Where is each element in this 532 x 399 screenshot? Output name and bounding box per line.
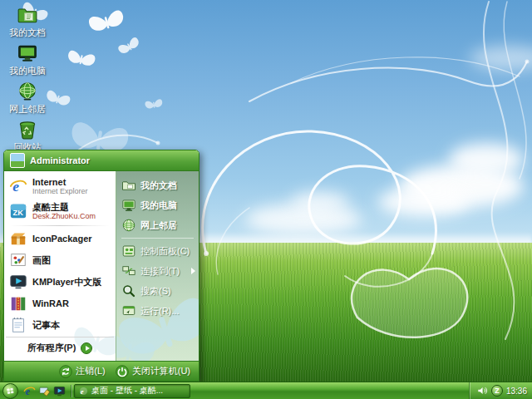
desktop-icon-recycle-bin[interactable]: 回收站 bbox=[2, 118, 53, 153]
separator bbox=[10, 225, 110, 226]
start-menu-item-run[interactable]: 运行(R)... bbox=[116, 301, 199, 321]
item-title: WinRAR bbox=[32, 298, 69, 309]
taskbar-clock[interactable]: 13:36 bbox=[506, 387, 527, 396]
start-menu-footer: 注销(L) 关闭计算机(U) bbox=[4, 361, 199, 381]
cloud bbox=[470, 46, 532, 71]
media-player-quicklaunch-icon[interactable] bbox=[53, 385, 66, 397]
start-menu-body: e Internet Internet Explorer ZK 桌酷主题 Des… bbox=[4, 171, 199, 361]
run-icon bbox=[121, 303, 136, 318]
show-desktop-icon[interactable] bbox=[38, 385, 51, 397]
start-menu-item-search[interactable]: 搜索(S) bbox=[116, 281, 199, 301]
item-title: IconPackager bbox=[32, 234, 92, 244]
connect-to-icon bbox=[121, 264, 136, 278]
item-label: 搜索(S) bbox=[140, 285, 171, 298]
internet-explorer-icon: e bbox=[9, 177, 27, 195]
log-off-icon bbox=[59, 365, 72, 378]
my-computer-icon bbox=[121, 198, 136, 213]
item-subtitle: Internet Explorer bbox=[32, 187, 88, 195]
log-off-label: 注销(L) bbox=[76, 365, 105, 377]
network-places-icon bbox=[17, 81, 38, 102]
item-label: 我的文档 bbox=[140, 180, 177, 192]
desktop-icon-label: 我的电脑 bbox=[9, 66, 46, 76]
my-documents-icon bbox=[121, 178, 136, 193]
iconpackager-icon bbox=[9, 229, 27, 248]
desktop-icon-network-places[interactable]: 网上邻居 bbox=[2, 80, 53, 115]
start-menu-item-my-computer[interactable]: 我的电脑 bbox=[116, 195, 199, 215]
taskbar: e e 桌面 - 壁纸 - 桌酷... Z 13:36 bbox=[0, 382, 532, 399]
submenu-arrow-icon bbox=[191, 268, 195, 274]
start-menu-item-my-documents[interactable]: 我的文档 bbox=[116, 175, 199, 195]
start-menu-item-iconpackager[interactable]: IconPackager bbox=[6, 228, 114, 249]
windows-flag-icon bbox=[5, 386, 16, 397]
item-label: 运行(R)... bbox=[140, 305, 179, 318]
start-menu-header: Administrator bbox=[4, 150, 199, 171]
user-name: Administrator bbox=[30, 155, 90, 165]
browser-window-icon: e bbox=[79, 387, 88, 396]
power-icon bbox=[116, 365, 129, 378]
start-menu-item-control-panel[interactable]: 控制面板(C) bbox=[116, 241, 199, 261]
desktop-icon-my-documents[interactable]: 我的文档 bbox=[2, 3, 53, 38]
desktop-icon-label: 网上邻居 bbox=[9, 104, 46, 114]
my-computer-icon bbox=[17, 42, 38, 64]
taskbar-window-button[interactable]: e 桌面 - 壁纸 - 桌酷... bbox=[74, 384, 190, 398]
all-programs-button[interactable]: 所有程序(P) bbox=[6, 337, 114, 358]
winrar-icon bbox=[9, 294, 27, 313]
item-label: 我的电脑 bbox=[140, 200, 177, 212]
system-tray: Z 13:36 bbox=[469, 382, 532, 399]
desktop-icon-column: 我的文档 我的电脑 网上邻居 回收站 bbox=[2, 3, 53, 153]
start-menu-item-connect-to[interactable]: 连接到(T) bbox=[116, 261, 199, 281]
zhuoku-tray-icon[interactable]: Z bbox=[491, 385, 503, 397]
quick-launch-bar: e bbox=[21, 385, 68, 397]
cloud bbox=[378, 187, 470, 217]
start-menu-item-internet[interactable]: e Internet Internet Explorer bbox=[6, 174, 114, 199]
shut-down-button[interactable]: 关闭计算机(U) bbox=[116, 365, 190, 378]
start-menu: Administrator e Internet Internet Explor… bbox=[3, 150, 200, 382]
volume-icon[interactable] bbox=[476, 385, 488, 397]
taskbar-divider bbox=[71, 385, 71, 397]
item-title: 画图 bbox=[32, 255, 51, 266]
item-title: Internet bbox=[32, 177, 88, 188]
item-subtitle: Desk.ZhuoKu.Com bbox=[32, 212, 96, 220]
control-panel-icon bbox=[121, 244, 136, 259]
all-programs-label: 所有程序(P) bbox=[27, 342, 76, 354]
item-label: 控制面板(C) bbox=[140, 245, 190, 258]
desktop: 我的文档 我的电脑 网上邻居 回收站 Administrator bbox=[0, 0, 532, 399]
shut-down-label: 关闭计算机(U) bbox=[132, 365, 190, 377]
paint-icon bbox=[9, 251, 27, 269]
item-title: 记事本 bbox=[32, 320, 60, 331]
svg-text:e: e bbox=[81, 387, 84, 395]
start-menu-item-kmplayer[interactable]: KMPlayer中文版 bbox=[6, 271, 114, 293]
notepad-icon bbox=[9, 316, 27, 334]
desktop-icon-my-computer[interactable]: 我的电脑 bbox=[2, 42, 53, 76]
start-menu-item-zhuoku-theme[interactable]: ZK 桌酷主题 Desk.ZhuoKu.Com bbox=[6, 199, 114, 224]
item-label: 连接到(T) bbox=[140, 265, 180, 278]
taskbar-window-title: 桌面 - 壁纸 - 桌酷... bbox=[91, 385, 163, 397]
item-title: KMPlayer中文版 bbox=[32, 277, 101, 288]
start-menu-item-network-places[interactable]: 网上邻居 bbox=[116, 215, 199, 235]
kmplayer-icon bbox=[9, 273, 27, 291]
item-label: 网上邻居 bbox=[140, 219, 177, 232]
start-menu-right-panel: 我的文档 我的电脑 网上邻居 bbox=[116, 171, 199, 361]
item-title: 桌酷主题 bbox=[32, 202, 96, 213]
start-menu-item-winrar[interactable]: WinRAR bbox=[6, 293, 114, 314]
zhuoku-icon: ZK bbox=[9, 202, 27, 220]
separator bbox=[121, 238, 194, 239]
start-menu-item-paint[interactable]: 画图 bbox=[6, 249, 114, 271]
start-button[interactable] bbox=[2, 383, 18, 399]
cloud bbox=[449, 143, 524, 176]
svg-text:ZK: ZK bbox=[13, 209, 24, 217]
start-menu-item-notepad[interactable]: 记事本 bbox=[6, 314, 114, 336]
my-documents-icon bbox=[17, 4, 38, 26]
log-off-button[interactable]: 注销(L) bbox=[59, 365, 105, 378]
recycle-bin-icon bbox=[17, 119, 38, 140]
start-menu-left-panel: e Internet Internet Explorer ZK 桌酷主题 Des… bbox=[4, 171, 116, 361]
desktop-icon-label: 我的文档 bbox=[9, 27, 46, 37]
internet-explorer-quicklaunch-icon[interactable]: e bbox=[23, 385, 36, 397]
search-icon bbox=[121, 283, 136, 298]
all-programs-arrow-icon bbox=[81, 342, 92, 354]
network-places-icon bbox=[121, 218, 136, 233]
user-avatar bbox=[10, 153, 25, 168]
cloud bbox=[291, 191, 349, 213]
